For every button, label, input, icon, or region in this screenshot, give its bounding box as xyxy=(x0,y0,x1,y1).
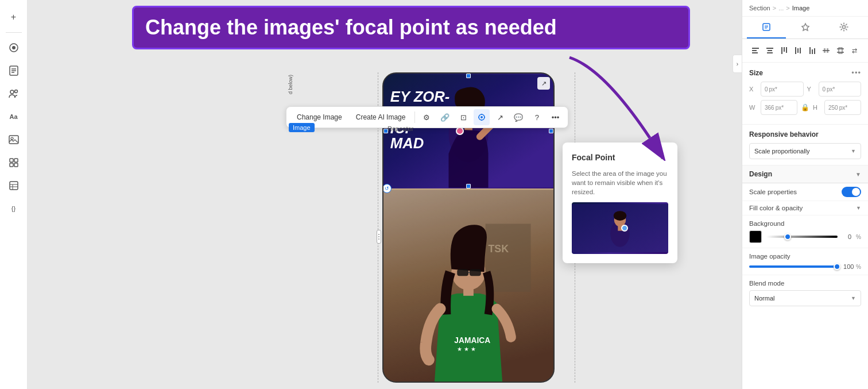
more-align-button[interactable] xyxy=(834,44,847,57)
bg-opacity-thumb[interactable] xyxy=(784,233,791,240)
handle-bottom[interactable] xyxy=(466,184,471,188)
focal-dialog-header: Focal Point × xyxy=(572,152,668,163)
code-icon[interactable]: {} xyxy=(3,198,24,219)
h-unit: px* xyxy=(839,105,847,111)
layers-icon[interactable] xyxy=(3,37,24,58)
background-row: Background 0 % xyxy=(742,215,868,248)
scale-properties-label: Scale properties xyxy=(749,188,797,195)
bg-opacity-percent: % xyxy=(856,234,861,240)
align-bottom-button[interactable] xyxy=(806,44,819,57)
w-input[interactable]: 366 px* xyxy=(761,100,797,115)
add-icon[interactable]: + xyxy=(3,7,24,28)
scale-properties-toggle[interactable] xyxy=(842,187,861,197)
size-more-button[interactable]: ••• xyxy=(851,68,861,77)
svg-rect-66 xyxy=(814,48,815,54)
svg-point-20 xyxy=(480,116,483,118)
bg-opacity-track[interactable] xyxy=(766,236,838,238)
right-panel: › Section > ... > Image xyxy=(742,0,868,389)
y-input[interactable]: 0 px* xyxy=(819,82,862,97)
help-icon[interactable]: ? xyxy=(529,109,545,125)
h-input[interactable]: 250 px* xyxy=(824,100,861,115)
svg-rect-42 xyxy=(457,269,468,276)
y-value: 0 xyxy=(823,86,826,93)
align-center-button[interactable] xyxy=(764,44,777,57)
svg-rect-12 xyxy=(14,159,18,162)
blend-mode-dropdown[interactable]: Normal ▼ xyxy=(749,290,861,306)
people-icon[interactable] xyxy=(3,83,24,104)
bg-color-swatch[interactable] xyxy=(749,230,762,243)
tab-settings[interactable] xyxy=(824,17,863,38)
bg-opacity-value: 0 xyxy=(842,233,851,240)
x-input[interactable]: 0 px* xyxy=(761,82,804,97)
responsive-dropdown[interactable]: Scale proportionally ▼ xyxy=(749,143,861,159)
flip-button[interactable]: ⇄ xyxy=(848,44,861,57)
image-opacity-fill xyxy=(749,265,840,268)
fill-color-arrow[interactable]: ▼ xyxy=(856,205,861,211)
lock-icon[interactable]: 🔒 xyxy=(801,103,809,111)
svg-point-51 xyxy=(843,26,846,29)
text-icon[interactable]: Aa xyxy=(3,106,24,127)
y-unit: px* xyxy=(827,86,835,93)
design-collapse-arrow[interactable]: ▼ xyxy=(855,171,861,178)
handle-right[interactable] xyxy=(549,129,553,133)
change-image-button[interactable]: Change Image xyxy=(291,111,348,124)
align-top-button[interactable] xyxy=(777,44,790,57)
breadcrumb-ellipsis: ... xyxy=(778,5,784,11)
annotation-title: Change the images' focal point as needed xyxy=(145,16,677,40)
focal-dialog-title: Focal Point xyxy=(572,153,615,162)
align-middle-button[interactable] xyxy=(792,44,805,57)
expand-icon[interactable]: ↗ xyxy=(537,77,550,90)
annotation-banner: Change the images' focal point as needed xyxy=(132,6,690,49)
responsive-dropdown-arrow: ▼ xyxy=(851,148,856,154)
svg-rect-55 xyxy=(766,48,773,49)
svg-point-8 xyxy=(14,90,17,93)
x-unit: px* xyxy=(769,86,777,93)
svg-point-2 xyxy=(12,46,16,49)
blend-mode-value: Normal xyxy=(754,295,774,302)
xy-input-row: X 0 px* Y 0 px* xyxy=(749,82,861,97)
svg-rect-53 xyxy=(752,50,757,51)
resize-handle-left[interactable] xyxy=(377,230,381,244)
svg-rect-9 xyxy=(9,136,18,144)
blend-mode-arrow: ▼ xyxy=(851,295,856,301)
crop-icon[interactable]: ⊡ xyxy=(455,109,471,125)
tab-style[interactable] xyxy=(747,17,786,38)
image-opacity-controls: 100 % xyxy=(749,263,861,270)
focal-point-icon[interactable] xyxy=(474,109,490,125)
link-icon[interactable]: 🔗 xyxy=(437,109,453,125)
handle-top[interactable] xyxy=(466,74,471,78)
svg-rect-63 xyxy=(800,48,801,53)
background-controls: 0 % xyxy=(749,230,861,243)
blend-mode-label: Blend mode xyxy=(749,280,861,287)
svg-point-49 xyxy=(614,211,626,221)
grid-icon[interactable] xyxy=(3,152,24,173)
image-opacity-track[interactable] xyxy=(749,265,840,268)
responsive-header: Responsive behavior xyxy=(749,130,861,138)
distribute-button[interactable] xyxy=(820,44,833,57)
image-opacity-thumb[interactable] xyxy=(834,263,840,270)
focal-point-marker[interactable] xyxy=(456,127,464,135)
svg-text:EY ZOR-: EY ZOR- xyxy=(390,88,450,105)
page-icon[interactable] xyxy=(3,60,24,81)
svg-text:TSK: TSK xyxy=(489,243,509,255)
settings-gear-icon[interactable]: ⚙ xyxy=(418,109,435,125)
focal-dialog-close-button[interactable]: × xyxy=(657,152,668,163)
table-icon[interactable] xyxy=(3,175,24,196)
media-icon[interactable] xyxy=(3,129,24,150)
svg-point-10 xyxy=(11,137,13,140)
app-container: + Aa xyxy=(0,0,868,389)
focal-dialog-preview[interactable] xyxy=(572,202,668,254)
more-options-icon[interactable]: ••• xyxy=(547,109,563,125)
image-opacity-row: Image opacity 100 % xyxy=(742,248,868,275)
svg-rect-60 xyxy=(786,47,787,53)
external-link-icon[interactable]: ↗ xyxy=(492,109,508,125)
comment-icon[interactable]: 💬 xyxy=(510,109,526,125)
image-opacity-value: 100 xyxy=(843,263,852,270)
image-opacity-percent: % xyxy=(856,264,861,270)
rotation-handle[interactable]: ↺ xyxy=(382,184,392,193)
create-ai-image-button[interactable]: Create AI Image xyxy=(350,111,412,124)
repeater-label: Repeater xyxy=(388,125,413,132)
bottom-image-svg: TSK JAMAICA ★ ★ ★ xyxy=(383,188,553,383)
tab-animate[interactable] xyxy=(786,17,825,38)
align-left-button[interactable] xyxy=(749,44,762,57)
